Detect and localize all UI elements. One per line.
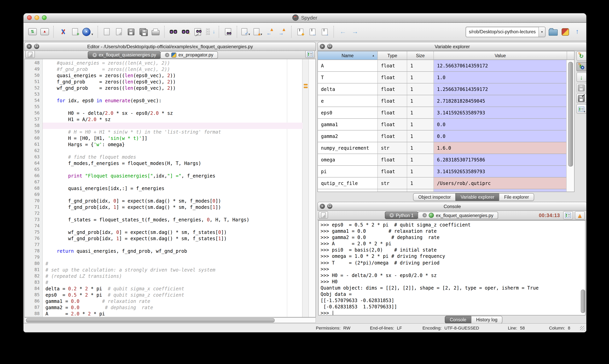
code-line[interactable]: 51 f_gnd_prob = zeros((len(eps0_vec), 2)… <box>25 79 315 85</box>
code-line[interactable]: 62 <box>25 148 315 154</box>
chevron-down-icon[interactable]: ▼ <box>538 27 545 37</box>
code-line[interactable]: 68 quasi_energies[idx,:] = f_energies <box>25 185 315 192</box>
browse-tabs-button[interactable] <box>319 211 328 219</box>
code-line[interactable]: 85eps0 = 0.5 * 2 * pi # qubit sigma_z co… <box>25 292 315 298</box>
tab-python-1[interactable]: × Python 1 <box>385 212 418 219</box>
code-line[interactable]: 66 print "Floquet quasienergies[",idx,"]… <box>25 173 315 179</box>
code-line[interactable]: 61 Hargs = {'w': omega} <box>25 142 315 148</box>
code-line[interactable]: 79 <box>25 254 315 260</box>
table-row[interactable]: eps0float13.141592653589793 <box>318 107 574 119</box>
auto-refresh-button[interactable]: ↻ <box>576 62 586 71</box>
code-line[interactable]: 58 <box>25 123 315 129</box>
tab-object-inspector[interactable]: Object inspector <box>413 193 456 201</box>
console-output[interactable]: >>> eps0 = 0.5 * 2 * pi # qubit sigma_z … <box>318 220 585 315</box>
tab-ex-floquet-quasienergies[interactable]: × ex_floquet_quasienergies.py <box>88 51 161 59</box>
run-cell-advance-button[interactable]: ← <box>308 25 317 39</box>
layout-button[interactable]: ⇅ <box>28 25 37 39</box>
back-button[interactable]: ← <box>338 25 348 39</box>
code-line[interactable]: 52 wf_gnd_prob = zeros((len(eps0_vec), 2… <box>25 85 315 91</box>
code-line[interactable]: 70 f_gnd_prob[idx, 0] = expect(sm.dag() … <box>25 198 315 204</box>
table-row[interactable]: deltafloat11.2566370614359172 <box>318 83 574 95</box>
column-header-size[interactable]: Size <box>407 51 434 60</box>
previous-warning-button[interactable]: ▲← <box>266 25 275 39</box>
title-bar[interactable]: Spyder <box>24 13 586 23</box>
code-line[interactable]: 81# set up the calculation: a strongly d… <box>25 267 315 273</box>
code-line[interactable]: 77 <box>25 242 315 248</box>
table-row[interactable]: Tfloat11.0 <box>318 72 574 83</box>
code-line[interactable]: 57 H1 = A/2.0 * sz <box>25 116 315 123</box>
find-replace-button[interactable]: → <box>181 25 191 39</box>
code-line[interactable]: 71 f_gnd_prob[idx, 1] = expect(sm.dag() … <box>25 204 315 210</box>
console-options-button[interactable] <box>563 211 573 220</box>
import-data-button[interactable]: ↓ <box>576 73 586 82</box>
code-line[interactable]: 64 f_modes,f_energies = floquet_modes(H,… <box>25 160 315 167</box>
code-analysis-button[interactable]: ✓▼ <box>241 25 251 39</box>
re-run-cell-button[interactable]: → <box>320 25 330 39</box>
scissors-button[interactable] <box>58 25 67 39</box>
close-tab-icon[interactable]: × <box>389 213 394 218</box>
open-folder-button[interactable] <box>548 25 558 39</box>
column-header-type[interactable]: Type <box>378 51 407 60</box>
preferences-button[interactable]: ×▼ <box>82 25 94 39</box>
code-line[interactable]: 76 wf_gnd_prob[idx, 1] = expect(sm.dag()… <box>25 235 315 242</box>
code-line[interactable]: 55 <box>25 104 315 110</box>
code-line[interactable]: 63 # find the floquet modes <box>25 154 315 160</box>
close-pane-icon[interactable]: ✕ <box>320 204 325 209</box>
code-line[interactable]: 82# (repeated LZ transitions) <box>25 273 315 279</box>
save-button[interactable] <box>127 25 136 39</box>
undock-pane-icon[interactable] <box>327 44 332 49</box>
code-line[interactable]: 67 <box>25 179 315 185</box>
code-line[interactable]: 65 <box>25 167 315 173</box>
save-data-button[interactable] <box>576 83 586 92</box>
table-row[interactable]: numpy_requirementstr11.6.0 <box>318 142 574 154</box>
code-line[interactable]: 59 # H = H0 + H1 * sin(w * t) in the 'li… <box>25 129 315 135</box>
table-row[interactable]: omegafloat16.283185307179586 <box>318 154 574 166</box>
column-header-name[interactable]: Name▲ <box>318 51 378 60</box>
tab-history-log[interactable]: History log <box>471 316 503 324</box>
working-directory-combo[interactable]: s/rob/Desktop/sci-python-lectures ▼ <box>466 26 545 37</box>
variable-table-scrollbar[interactable] <box>566 60 574 192</box>
tab-file-explorer[interactable]: File explorer <box>499 193 534 201</box>
table-row[interactable]: gamma1float10.0 <box>318 119 574 130</box>
code-line[interactable]: 87gamma2 = 0.0 # dephasing rate <box>25 304 315 311</box>
forward-button[interactable]: → <box>350 25 360 39</box>
close-pane-icon[interactable]: ✕ <box>27 44 32 49</box>
code-line[interactable]: 60 H = [H0, [H1, 'sin(w * t)']] <box>25 135 315 142</box>
find-symbol-button[interactable] <box>223 25 233 39</box>
maximize-pane-button[interactable]: ▲ <box>40 25 49 39</box>
table-row[interactable]: qutip_rc_filestr1/Users/rob/.qutiprc <box>318 178 574 189</box>
code-line[interactable]: 48 #quasi_energies = zeros((len(A_vec), … <box>25 60 315 66</box>
find-button[interactable] <box>169 25 178 39</box>
table-row[interactable]: efloat12.718281828459045 <box>318 95 574 107</box>
print-button[interactable] <box>151 25 160 39</box>
console-scrollbar-thumb[interactable] <box>581 289 585 313</box>
undock-pane-icon[interactable] <box>327 204 332 209</box>
table-row[interactable]: gamma2float10.0 <box>318 130 574 142</box>
parent-directory-button[interactable]: ↑ <box>572 25 582 39</box>
undock-pane-icon[interactable] <box>34 44 39 49</box>
code-line[interactable]: 50 quasi_energies = zeros((len(eps0_vec)… <box>25 73 315 79</box>
code-line[interactable]: 83# <box>25 279 315 286</box>
new-file-button[interactable] <box>102 25 112 39</box>
tab-variable-explorer[interactable]: Variable explorer <box>455 193 499 201</box>
code-line[interactable]: 54 for idx, eps0 in enumerate(eps0_vec): <box>25 98 315 104</box>
code-line[interactable]: 75 wf_gnd_prob[idx, 0] = expect(sm.dag()… <box>25 229 315 235</box>
code-line[interactable]: 72 <box>25 210 315 217</box>
show-warnings-button[interactable]: ▲ <box>575 211 585 220</box>
refresh-button[interactable]: ↻ <box>576 51 586 61</box>
close-tab-icon[interactable]: × <box>92 53 97 57</box>
python-path-button[interactable] <box>560 25 570 39</box>
tab-ex-propagator[interactable]: × ex_propagator.py <box>160 51 218 59</box>
editor-code-area[interactable]: 48 #quasi_energies = zeros((len(A_vec), … <box>24 59 316 317</box>
browse-tabs-button[interactable] <box>26 51 35 58</box>
table-row[interactable]: pifloat13.141592653589793 <box>318 166 574 178</box>
save-all-button[interactable] <box>139 25 148 39</box>
goto-line-button[interactable]: 242243244↓ <box>205 25 215 39</box>
save-data-as-button[interactable] <box>576 94 586 103</box>
code-line[interactable]: 73 f_states = floquet_states_t(f_modes, … <box>25 217 315 223</box>
code-line[interactable]: 84delta = 0.2 * 2 * pi # qubit sigma_x c… <box>25 286 315 292</box>
scrollbar-thumb[interactable] <box>568 62 573 167</box>
code-line[interactable]: 80# <box>25 260 315 267</box>
code-line[interactable]: 86gamma1 = 0.0 # relaxation rate <box>25 298 315 304</box>
table-row[interactable]: Afloat112.566370614359172 <box>318 60 574 72</box>
